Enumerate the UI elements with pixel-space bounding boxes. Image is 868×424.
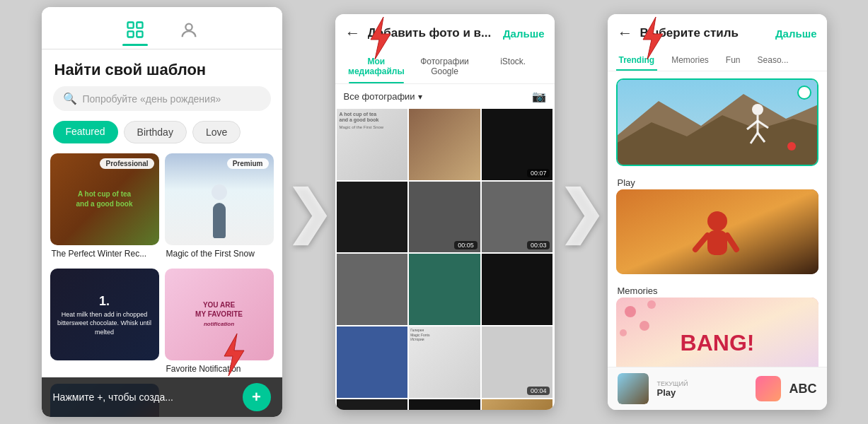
photo-cell-1[interactable]: A hot cup of teaand a good book Magic of…	[337, 109, 408, 180]
photo-cell-11[interactable]: ГалереяMagic FontsИстории	[409, 326, 480, 398]
tag-birthday[interactable]: Birthday	[124, 121, 187, 143]
card-tea-title: The Perfect Winter Rec...	[50, 245, 159, 263]
search-placeholder: Попробуйте «день рождения»	[83, 93, 221, 105]
s2-filter-label[interactable]: Все фотографии ▾	[344, 91, 422, 102]
card-notif[interactable]: YOU AREMY FAVORITEnotification	[165, 269, 274, 360]
photo-cell-9[interactable]	[482, 254, 553, 325]
photo-cell-3[interactable]: 00:07	[482, 109, 553, 180]
s2-title: Добавить фото и в...	[368, 26, 496, 40]
s3-tabs: Trending Memories Fun Seaso...	[608, 49, 827, 71]
arrow-2: ❯	[557, 179, 605, 245]
photo-cell-13[interactable]: 00:05	[337, 399, 408, 410]
photo-cell-7[interactable]	[337, 254, 408, 325]
card-notif-text: YOU AREMY FAVORITEnotification	[195, 300, 243, 328]
photo-cell-10[interactable]	[337, 326, 408, 398]
search-icon: 🔍	[63, 92, 77, 105]
s1-bottom-text: Нажмите +, чтобы созда...	[53, 391, 234, 403]
svg-point-23	[625, 306, 636, 317]
card-recipe-text: 1. Heat milk then add in chopped bitters…	[50, 287, 159, 343]
screen-3: ← Выберите стиль Дальше Trending Memorie…	[608, 14, 827, 410]
photo-duration-6: 00:03	[527, 241, 550, 249]
s3-abc-label: ABC	[789, 382, 817, 396]
screen-2: ← Добавить фото и в... Дальше Мои медиаф…	[335, 14, 555, 410]
card-recipe-wrapper: 1. Heat milk then add in chopped bitters…	[50, 269, 159, 378]
s2-topbar: ← Добавить фото и в... Дальше	[335, 14, 555, 49]
s3-bottom-bar: ТЕКУЩИЙ Play ABC	[608, 367, 827, 410]
s1-title: Найти свой шаблон	[42, 49, 282, 86]
photo-cell-8[interactable]	[409, 254, 480, 325]
s2-next-button[interactable]: Дальше	[503, 28, 545, 40]
s3-red-dot	[787, 142, 796, 151]
chevron-down-icon: ▾	[418, 92, 422, 102]
s3-title: Выберите стиль	[640, 26, 768, 40]
card-tea-wrapper: A hot cup of teaand a good book Professi…	[50, 153, 159, 263]
card-snow[interactable]: Premium	[165, 153, 274, 245]
photo-duration-12: 00:04	[527, 387, 550, 395]
tag-love[interactable]: Love	[192, 121, 241, 143]
style-play-label: Play	[616, 173, 818, 189]
photo-cell-14[interactable]	[409, 399, 480, 410]
card-snow-title: Magic of the First Snow	[165, 245, 274, 263]
card-tea[interactable]: A hot cup of teaand a good book Professi…	[50, 153, 159, 245]
card-snow-wrapper: Premium Magic of the First Snow	[165, 153, 274, 263]
s3-tab-memories[interactable]: Memories	[663, 49, 717, 71]
svg-rect-0	[127, 23, 133, 28]
s3-tab-fun[interactable]: Fun	[717, 49, 749, 71]
s3-color-swatch[interactable]	[756, 376, 781, 401]
style-memories-wrapper: Memories	[616, 189, 818, 298]
photo-duration-3: 00:07	[527, 169, 550, 177]
svg-point-25	[620, 329, 627, 336]
card-snow-badge: Premium	[227, 158, 269, 169]
photo-cell-4[interactable]	[337, 182, 408, 253]
svg-point-24	[647, 300, 656, 309]
style-fun-card[interactable]: BANG!	[616, 298, 818, 368]
style-memories-card[interactable]	[616, 189, 818, 274]
svg-rect-3	[137, 31, 142, 37]
photo-cell-2[interactable]	[409, 109, 480, 180]
svg-text:BANG!: BANG!	[680, 330, 754, 355]
tab-person-icon[interactable]	[176, 18, 202, 43]
tag-featured[interactable]: Featured	[53, 121, 118, 143]
svg-point-18	[707, 211, 727, 231]
s1-search-bar[interactable]: 🔍 Попробуйте «день рождения»	[53, 86, 271, 111]
s2-tab-istock[interactable]: iStock.	[479, 49, 548, 83]
s3-next-button[interactable]: Дальше	[775, 28, 817, 40]
card-notif-title: Favorite Notification	[165, 360, 274, 378]
card-recipe[interactable]: 1. Heat milk then add in chopped bitters…	[50, 269, 159, 360]
arrow-1: ❯	[285, 179, 332, 245]
s2-tab-google[interactable]: Фотографии Google	[410, 49, 479, 83]
camera-icon[interactable]: 📷	[532, 90, 546, 103]
s3-back-button[interactable]: ←	[618, 24, 633, 42]
photo-cell-12[interactable]: 00:04	[482, 326, 553, 398]
svg-rect-2	[127, 31, 133, 37]
s3-topbar: ← Выберите стиль Дальше	[608, 14, 827, 49]
s3-tab-trending[interactable]: Trending	[611, 49, 664, 71]
s3-tab-season[interactable]: Seaso...	[749, 49, 797, 71]
photo-cell-6[interactable]: 00:03	[482, 182, 553, 253]
s3-check-icon	[797, 86, 811, 100]
screen-1: Найти свой шаблон 🔍 Попробуйте «день рож…	[42, 7, 282, 417]
card-tea-badge: Professional	[100, 158, 154, 169]
s3-bottom-info: ТЕКУЩИЙ Play	[657, 380, 747, 398]
s1-tags: Featured Birthday Love	[42, 121, 282, 153]
s2-back-button[interactable]: ←	[345, 24, 361, 42]
s1-topbar	[42, 7, 282, 46]
s2-photo-grid: A hot cup of teaand a good book Magic of…	[335, 109, 555, 410]
s1-plus-button[interactable]: +	[243, 383, 271, 411]
s3-bottom-tag: ТЕКУЩИЙ	[657, 380, 747, 387]
s2-tabs: Мои медиафайлы Фотографии Google iStock.	[335, 49, 555, 84]
s2-tab-my-media[interactable]: Мои медиафайлы	[342, 49, 411, 83]
s1-bottom-bar: Нажмите +, чтобы созда... +	[42, 377, 282, 417]
svg-rect-19	[707, 230, 727, 255]
style-fun-wrapper: BANG!	[616, 298, 818, 368]
card-recipe-title	[50, 360, 159, 378]
style-memories-label: Memories	[616, 281, 818, 298]
s3-bottom-name: Play	[657, 387, 747, 398]
photo-cell-5[interactable]: 00:05	[409, 182, 480, 253]
style-play-card[interactable]	[616, 78, 818, 166]
card-notif-wrapper: YOU AREMY FAVORITEnotification Favorite …	[165, 269, 274, 378]
tab-grid-icon[interactable]	[122, 17, 148, 42]
svg-rect-1	[137, 23, 142, 28]
screens-container: Найти свой шаблон 🔍 Попробуйте «день рож…	[0, 0, 868, 424]
photo-cell-15[interactable]	[482, 399, 553, 410]
